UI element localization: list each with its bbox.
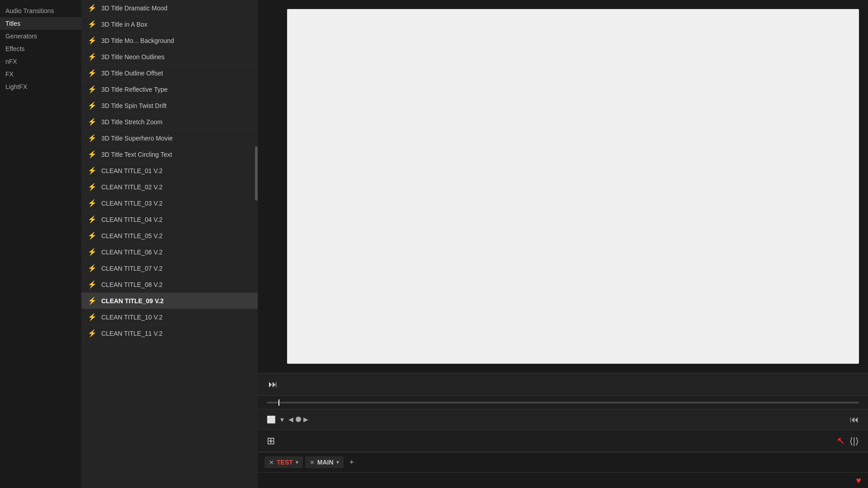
scrubber-track[interactable] xyxy=(267,402,859,404)
keyframe-nav: ◀ ▶ xyxy=(288,416,308,423)
preview-sidebar-left xyxy=(258,0,278,373)
grid-view-button[interactable]: ⊞ xyxy=(267,435,275,447)
effect-name: 3D Title Reflective Type xyxy=(101,86,168,93)
sidebar-item-fx[interactable]: FX xyxy=(0,68,81,80)
tab-main-dropdown-icon[interactable]: ▾ xyxy=(336,459,339,465)
effects-list: ⚡ 3D Title Dramatic Mood ⚡ 3D Title in A… xyxy=(81,0,258,488)
tab-test-close[interactable]: ✕ xyxy=(269,459,274,466)
effect-item-clean-06[interactable]: ⚡ CLEAN TITLE_06 V.2 xyxy=(81,244,258,260)
effect-name: 3D Title Mo... Background xyxy=(101,37,174,44)
lightning-icon: ⚡ xyxy=(88,101,97,110)
effect-name: CLEAN TITLE_08 V.2 xyxy=(101,281,162,288)
skip-forward-button[interactable]: ⏭ xyxy=(267,377,279,391)
heart-icon[interactable]: ♥ xyxy=(856,475,861,486)
keyframe-next-button[interactable]: ▶ xyxy=(303,416,308,423)
sidebar-item-generators[interactable]: Generators xyxy=(0,30,81,42)
effect-name: CLEAN TITLE_06 V.2 xyxy=(101,249,162,256)
tab-main-label: MAIN xyxy=(317,459,334,466)
lightning-icon: ⚡ xyxy=(88,117,97,126)
lightning-icon: ⚡ xyxy=(88,69,97,77)
bracket-icon: ⟨|⟩ xyxy=(849,436,859,446)
effect-name: 3D Title Text Circling Text xyxy=(101,151,172,158)
effect-name: CLEAN TITLE_05 V.2 xyxy=(101,232,162,239)
effect-name: CLEAN TITLE_11 V.2 xyxy=(101,330,162,337)
cursor-icon: ↖ xyxy=(837,435,845,447)
lightning-icon: ⚡ xyxy=(88,85,97,94)
frame-selector-icon: ⬜ xyxy=(267,416,276,423)
effect-item-3d-superhero[interactable]: ⚡ 3D Title Superhero Movie xyxy=(81,130,258,146)
effect-item-clean-05[interactable]: ⚡ CLEAN TITLE_05 V.2 xyxy=(81,228,258,244)
end-frame-icon[interactable]: ⏮ xyxy=(850,414,859,425)
effect-item-3d-mo-background[interactable]: ⚡ 3D Title Mo... Background xyxy=(81,33,258,49)
lightning-icon: ⚡ xyxy=(88,183,97,191)
lightning-icon: ⚡ xyxy=(88,52,97,61)
lightning-icon: ⚡ xyxy=(88,4,97,12)
sidebar-item-nfx[interactable]: nFX xyxy=(0,55,81,68)
effect-name: CLEAN TITLE_02 V.2 xyxy=(101,183,162,191)
effect-item-3d-reflective[interactable]: ⚡ 3D Title Reflective Type xyxy=(81,81,258,98)
frame-selector-button[interactable]: ⬜ xyxy=(267,415,276,424)
effect-name: 3D Title Spin Twist Drift xyxy=(101,102,166,109)
right-panel: ⏭ ⬜ ▾ ◀ ▶ ⏮ ⊞ ↖ ⟨|⟩ xyxy=(258,0,868,488)
sidebar-item-lightfx[interactable]: LightFX xyxy=(0,80,81,93)
effect-name: CLEAN TITLE_09 V.2 xyxy=(101,297,164,305)
effect-item-clean-01[interactable]: ⚡ CLEAN TITLE_01 V.2 xyxy=(81,163,258,179)
lightning-icon: ⚡ xyxy=(88,329,97,338)
lightning-icon: ⚡ xyxy=(88,248,97,256)
tab-test-label: TEST xyxy=(277,459,293,466)
tab-main-close[interactable]: ✕ xyxy=(310,459,315,466)
effect-name: CLEAN TITLE_07 V.2 xyxy=(101,265,162,272)
effect-item-3d-outline-offset[interactable]: ⚡ 3D Title Outline Offset xyxy=(81,65,258,81)
lightning-icon: ⚡ xyxy=(88,313,97,321)
effect-item-clean-04[interactable]: ⚡ CLEAN TITLE_04 V.2 xyxy=(81,211,258,228)
sidebar-item-effects[interactable]: Effects xyxy=(0,42,81,55)
toolbar-bar: ⊞ ↖ ⟨|⟩ xyxy=(258,429,868,452)
effect-item-clean-10[interactable]: ⚡ CLEAN TITLE_10 V.2 xyxy=(81,309,258,325)
effect-item-3d-neon-outlines[interactable]: ⚡ 3D Title Neon Outlines xyxy=(81,49,258,65)
dropdown-icon[interactable]: ▾ xyxy=(280,415,284,424)
effect-item-3d-spin-twist[interactable]: ⚡ 3D Title Spin Twist Drift xyxy=(81,98,258,114)
sidebar-item-titles[interactable]: Titles xyxy=(0,17,81,30)
lightning-icon: ⚡ xyxy=(88,296,97,305)
tab-test-dropdown-icon[interactable]: ▾ xyxy=(296,459,298,465)
tabs-bar: ✕ TEST ▾ ✕ MAIN ▾ + xyxy=(258,452,868,472)
lightning-icon: ⚡ xyxy=(88,264,97,272)
tab-main[interactable]: ✕ MAIN ▾ xyxy=(305,456,344,468)
lightning-icon: ⚡ xyxy=(88,166,97,175)
effect-item-3d-circling[interactable]: ⚡ 3D Title Text Circling Text xyxy=(81,146,258,163)
effect-item-3d-in-a-box[interactable]: ⚡ 3D Title in A Box xyxy=(81,16,258,33)
effect-item-clean-03[interactable]: ⚡ CLEAN TITLE_03 V.2 xyxy=(81,195,258,211)
effect-name: 3D Title Outline Offset xyxy=(101,70,163,77)
add-tab-button[interactable]: + xyxy=(346,456,358,469)
lightning-icon: ⚡ xyxy=(88,231,97,240)
effect-item-3d-stretch-zoom[interactable]: ⚡ 3D Title Stretch Zoom xyxy=(81,114,258,130)
sidebar-item-audio-transitions[interactable]: Audio Transitions xyxy=(0,5,81,17)
lightning-icon: ⚡ xyxy=(88,134,97,142)
grid-icon: ⊞ xyxy=(267,435,275,446)
keyframe-dot xyxy=(296,417,301,422)
lightning-icon: ⚡ xyxy=(88,36,97,45)
scrubber-bar xyxy=(258,395,868,409)
tab-test[interactable]: ✕ TEST ▾ xyxy=(264,456,303,468)
keyframe-prev-button[interactable]: ◀ xyxy=(288,416,293,423)
effect-name: 3D Title in A Box xyxy=(101,21,147,28)
lightning-icon: ⚡ xyxy=(88,20,97,28)
effect-item-clean-02[interactable]: ⚡ CLEAN TITLE_02 V.2 xyxy=(81,179,258,195)
effect-name: CLEAN TITLE_10 V.2 xyxy=(101,314,162,321)
effect-item-clean-09[interactable]: ⚡ CLEAN TITLE_09 V.2 xyxy=(81,293,258,309)
skip-forward-icon: ⏭ xyxy=(269,379,278,389)
effect-name: CLEAN TITLE_04 V.2 xyxy=(101,216,162,223)
scrubber-playhead xyxy=(278,399,279,406)
effect-item-clean-08[interactable]: ⚡ CLEAN TITLE_08 V.2 xyxy=(81,277,258,293)
effect-item-clean-11[interactable]: ⚡ CLEAN TITLE_11 V.2 xyxy=(81,325,258,342)
effect-item-3d-dramatic[interactable]: ⚡ 3D Title Dramatic Mood xyxy=(81,0,258,16)
lightning-icon: ⚡ xyxy=(88,150,97,159)
effect-name: 3D Title Neon Outlines xyxy=(101,53,165,61)
effect-item-clean-07[interactable]: ⚡ CLEAN TITLE_07 V.2 xyxy=(81,260,258,277)
effect-name: CLEAN TITLE_01 V.2 xyxy=(101,167,162,174)
lightning-icon: ⚡ xyxy=(88,280,97,289)
category-sidebar: Audio Transitions Titles Generators Effe… xyxy=(0,0,81,488)
preview-area xyxy=(258,0,868,373)
lightning-icon: ⚡ xyxy=(88,215,97,224)
effect-name: 3D Title Dramatic Mood xyxy=(101,5,167,12)
